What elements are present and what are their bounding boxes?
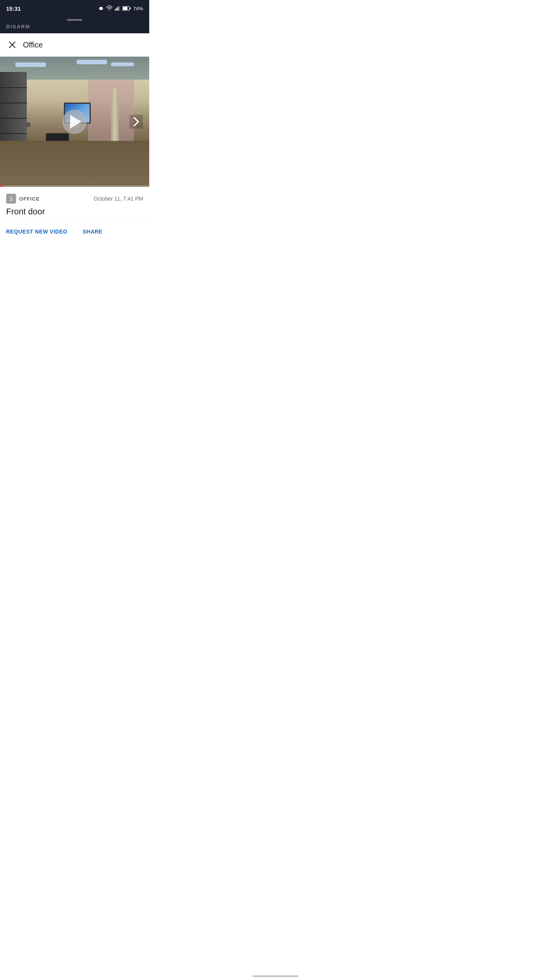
- camera-meta-row: 1 OFFICE October 11, 7:41 PM: [6, 194, 143, 204]
- svg-point-3: [109, 10, 110, 11]
- request-video-button[interactable]: REQUEST NEW VIDEO: [6, 229, 67, 235]
- scene-floor: [0, 141, 149, 187]
- action-buttons: REQUEST NEW VIDEO SHARE: [0, 222, 149, 242]
- shelf-line: [0, 133, 27, 134]
- status-time: 15:31: [6, 5, 21, 12]
- svg-rect-4: [115, 9, 116, 11]
- battery-icon: [122, 6, 131, 11]
- camera-name: OFFICE: [19, 196, 40, 202]
- status-bar: 15:31 74%: [0, 0, 149, 17]
- play-icon: [70, 115, 82, 129]
- camera-badge: 1 OFFICE: [6, 194, 40, 204]
- header: Office: [0, 33, 149, 57]
- svg-rect-2: [103, 8, 103, 9]
- scene-monitor-stand: [26, 122, 30, 127]
- page-title: Office: [23, 41, 43, 49]
- shelf-line: [0, 87, 27, 88]
- svg-rect-6: [118, 7, 119, 10]
- shelf-line: [0, 118, 27, 119]
- svg-rect-1: [99, 8, 99, 9]
- chevron-right-icon: [133, 117, 139, 126]
- signal-icon: [115, 5, 120, 11]
- battery-percentage: 74%: [133, 6, 143, 11]
- drag-bar: [67, 19, 82, 21]
- video-progress-bar[interactable]: [0, 185, 149, 187]
- ceiling-light-3: [111, 62, 134, 66]
- status-icons: 74%: [98, 5, 143, 11]
- svg-rect-0: [100, 7, 103, 10]
- shelf-line: [0, 103, 27, 103]
- svg-rect-5: [116, 8, 117, 11]
- disarm-bar: DISARM: [0, 21, 149, 33]
- drag-indicator: [0, 17, 149, 21]
- video-player[interactable]: [0, 57, 149, 187]
- next-button[interactable]: [129, 115, 143, 129]
- camera-number: 1: [6, 194, 16, 204]
- ceiling-light-1: [15, 62, 46, 67]
- play-button[interactable]: [62, 109, 87, 134]
- close-icon: [8, 41, 16, 49]
- camera-location: Front door: [6, 207, 143, 217]
- svg-rect-9: [130, 7, 130, 9]
- svg-rect-10: [123, 7, 127, 10]
- camera-info-section: 1 OFFICE October 11, 7:41 PM Front door: [0, 187, 149, 222]
- share-button[interactable]: SHARE: [83, 229, 103, 235]
- video-progress-fill: [0, 185, 3, 187]
- camera-timestamp: October 11, 7:41 PM: [94, 196, 143, 202]
- vibrate-icon: [98, 5, 104, 11]
- wifi-icon: [106, 5, 112, 11]
- ceiling-light-2: [77, 60, 107, 64]
- svg-rect-7: [119, 6, 120, 11]
- close-button[interactable]: [6, 39, 18, 51]
